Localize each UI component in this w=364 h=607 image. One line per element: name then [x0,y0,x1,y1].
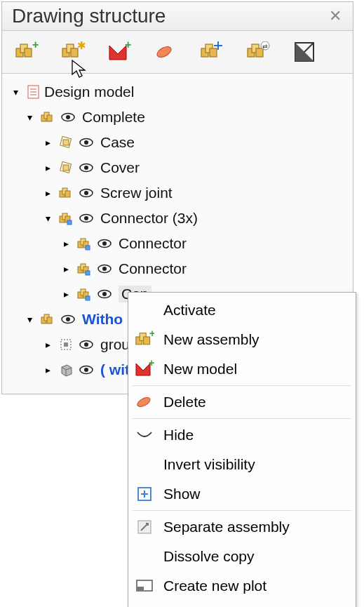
visibility-icon[interactable] [95,263,114,274]
svg-rect-28 [64,342,68,347]
new-assembly-button[interactable]: + [12,38,41,66]
tree-row-cover[interactable]: ▸ Cover [5,155,350,180]
menu-label: Show [163,486,201,502]
expander-icon[interactable]: ▾ [23,111,36,124]
visibility-icon[interactable] [76,364,96,375]
svg-text:+: + [32,41,39,51]
tree-row-screw[interactable]: ▸ Screw joint [5,180,350,206]
new-model-button[interactable]: + [105,38,134,66]
menu-label: New model [163,361,237,378]
part-icon [57,133,75,152]
delete-icon [154,41,177,62]
blank-icon [133,298,156,322]
menu-separate-assembly[interactable]: Separate assembly [128,512,356,542]
new-item-icon: ✱ [61,41,85,62]
assembly-icon [57,184,75,202]
expander-icon[interactable]: ▸ [60,237,72,250]
visibility-icon[interactable] [58,112,78,123]
visibility-icon[interactable] [76,187,96,199]
expander-icon[interactable]: ▸ [60,288,72,300]
expander-icon[interactable]: ▸ [41,161,54,174]
svg-point-11 [155,44,173,59]
settings-button[interactable]: ⇄ [243,38,273,66]
tree-label: Connector [119,235,187,252]
tree-label: Connector [119,260,187,277]
tree-row-connector-2[interactable]: ▸ Connector [5,256,350,281]
visibility-icon[interactable] [76,213,96,224]
expander-icon[interactable]: ▸ [41,187,54,199]
menu-new-assembly[interactable]: + New assembly [128,325,356,354]
menu-label: Create new plot [163,578,267,594]
svg-point-31 [136,396,151,408]
tree-label: Witho [82,311,123,328]
menu-hide[interactable]: Hide [128,420,356,450]
svg-text:+: + [149,360,154,368]
settings-icon: ⇄ [246,41,270,62]
new-model-icon: + [133,357,156,381]
menu-label: New assembly [163,331,259,348]
tree-label: Cover [100,159,140,176]
expander-icon[interactable]: ▸ [41,136,54,149]
svg-text:+: + [149,331,154,339]
tree-row-connector-group[interactable]: ▾ Connector (3x) [5,206,350,231]
delete-icon [133,390,156,414]
group-icon [57,335,75,354]
bom-icon [133,603,156,607]
menu-new-model[interactable]: + New model [128,354,356,384]
close-icon[interactable]: ✕ [326,7,344,25]
svg-rect-24 [86,246,90,250]
blank-icon [133,453,156,476]
menu-delete[interactable]: Delete [128,387,356,417]
display-mode-icon [294,41,315,62]
visibility-icon[interactable] [76,339,96,350]
move-icon [200,41,224,62]
menu-show[interactable]: Show [128,479,356,509]
menu-separator [133,510,351,511]
svg-text:+: + [125,41,131,51]
expander-icon[interactable]: ▸ [41,338,54,351]
tree-label: Screw joint [100,185,173,201]
new-item-button[interactable]: ✱ [58,38,88,66]
visibility-icon[interactable] [58,314,78,325]
tree-row-case[interactable]: ▸ Case [5,130,350,155]
delete-button[interactable] [151,38,180,66]
tree-row-connector-1[interactable]: ▸ Connector [5,231,350,256]
tree-label: Connector (3x) [100,210,198,227]
menu-activate[interactable]: Activate [128,295,356,325]
part-icon [57,159,75,177]
svg-rect-20 [63,140,69,145]
visibility-icon[interactable] [95,288,114,300]
svg-rect-22 [63,165,69,171]
display-mode-button[interactable] [290,38,319,66]
expander-icon[interactable]: ▸ [60,262,72,275]
plot-icon [133,574,156,598]
menu-invert-visibility[interactable]: Invert visibility [128,450,356,479]
tree-label: ( wit [100,361,130,378]
menu-dissolve-copy[interactable]: Dissolve copy [128,542,356,571]
menu-separator [133,385,351,386]
blank-icon [133,545,156,568]
context-menu: Activate + New assembly + New model Dele… [128,292,356,607]
tree-row-complete[interactable]: ▾ Complete [5,105,350,130]
tree-label: Complete [82,109,145,126]
visibility-icon[interactable] [76,137,96,148]
move-button[interactable] [197,38,227,66]
svg-text:✱: ✱ [77,41,85,51]
new-assembly-icon: + [133,328,156,352]
assembly-icon [39,310,57,328]
expander-icon[interactable]: ▸ [41,363,54,376]
tree-row-root[interactable]: ▾ Design model [5,79,350,105]
visibility-icon[interactable] [76,162,96,173]
show-icon [133,482,156,506]
menu-create-new-plot[interactable]: Create new plot [128,571,356,601]
panel-title: Drawing structure [12,5,166,27]
menu-bill-of-material[interactable]: Bill of material ▶ [128,601,356,607]
expander-icon[interactable]: ▾ [41,212,54,225]
visibility-icon[interactable] [95,238,114,249]
menu-label: Activate [163,302,216,319]
assembly-link-icon [75,234,93,253]
expander-icon[interactable]: ▾ [23,313,36,326]
separate-icon [133,515,156,539]
assembly-link-icon [75,260,93,278]
expander-icon[interactable]: ▾ [9,86,22,98]
